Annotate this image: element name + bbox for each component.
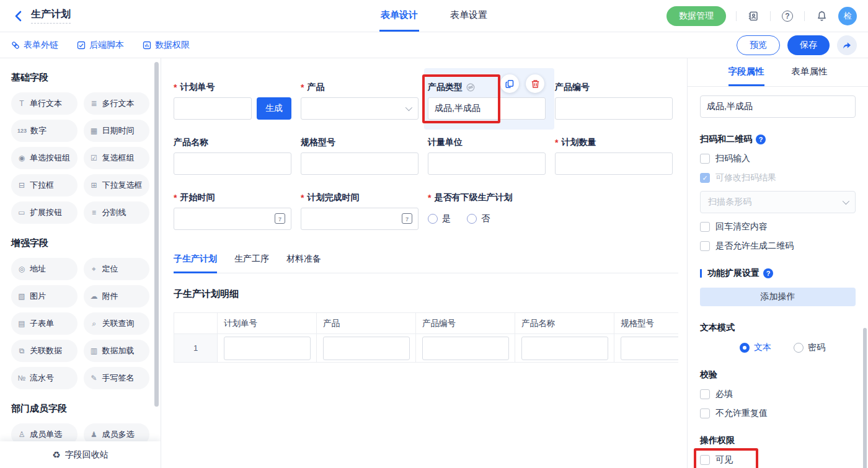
field-plan-number[interactable]: *计划单号 生成 [174, 82, 291, 120]
cell-spec-model-input[interactable] [621, 337, 678, 360]
data-manage-button[interactable]: 数据管理 [666, 6, 726, 26]
field-product-name[interactable]: 产品名称 [174, 137, 291, 175]
form-external-link[interactable]: 表单外链 [11, 40, 58, 51]
sidebar-item-extend-button[interactable]: ▭扩展按钮 [11, 201, 78, 224]
barcode-mode-select[interactable]: 扫描条形码 [700, 191, 856, 213]
field-product-type-selected[interactable]: 产品类型 [428, 82, 546, 120]
notification-bell-icon[interactable] [815, 9, 828, 23]
sidebar-item-divider-line[interactable]: ≡分割线 [84, 201, 150, 224]
multi-line-text-icon: ≣ [90, 99, 99, 108]
cell-product-code-input[interactable] [422, 337, 509, 360]
field-default-value-input[interactable] [700, 95, 856, 118]
product-select[interactable] [301, 97, 418, 120]
image-icon: ▧ [17, 292, 26, 301]
sidebar-item-single-line-text[interactable]: T单行文本 [11, 92, 78, 115]
save-button[interactable]: 保存 [787, 35, 830, 55]
sidebar-item-attachment[interactable]: ☁附件 [84, 285, 150, 307]
checkbox-unchecked-icon[interactable] [700, 408, 710, 418]
data-permission-link[interactable]: 数据权限 [143, 40, 190, 51]
tab-form-properties[interactable]: 表单属性 [792, 58, 828, 86]
field-plan-quantity[interactable]: *计划数量 [555, 137, 673, 175]
scan-input-option[interactable]: 扫码输入 [700, 153, 856, 164]
sidebar-item-radio-group[interactable]: ◉单选按钮组 [11, 147, 78, 169]
sidebar-scrollbar[interactable] [154, 62, 159, 407]
field-recycle-bin[interactable]: ♻ 字段回收站 [0, 441, 161, 468]
field-unit[interactable]: 计量单位 [428, 137, 546, 175]
sidebar-item-signature[interactable]: ✎手写签名 [84, 367, 150, 389]
sidebar-item-data-load[interactable]: ▥数据加载 [84, 340, 150, 362]
allow-qrcode-option[interactable]: 是否允许生成二维码 [700, 241, 856, 252]
panel-scrollbar[interactable] [863, 328, 867, 468]
tab-sub-production-plan[interactable]: 子生产计划 [174, 254, 217, 273]
finish-time-input[interactable] [301, 208, 418, 230]
sidebar-item-location[interactable]: ⌖定位 [84, 258, 150, 280]
backend-script-link[interactable]: 后端脚本 [77, 40, 124, 51]
field-product-code[interactable]: 产品编号 [555, 82, 673, 120]
no-duplicate-option[interactable]: 不允许重复值 [700, 408, 856, 419]
sidebar-item-address[interactable]: ◎地址 [11, 258, 78, 280]
radio-yes[interactable]: 是 [428, 213, 451, 224]
editable-scan-result-option[interactable]: 可修改扫码结果 [700, 172, 856, 183]
share-icon[interactable] [837, 35, 857, 55]
plan-number-input[interactable] [174, 97, 252, 120]
preview-button[interactable]: 预览 [737, 35, 780, 55]
generate-button[interactable]: 生成 [257, 97, 291, 120]
field-has-sub-plan[interactable]: *是否有下级生产计划 是 否 [428, 192, 601, 230]
item-label: 单行文本 [30, 98, 62, 109]
field-start-time[interactable]: *开始时间 7 [174, 192, 291, 230]
copy-field-button[interactable] [500, 74, 519, 93]
unit-input[interactable] [428, 152, 546, 175]
sidebar-item-subform[interactable]: ▤子表单 [11, 312, 78, 335]
radio-no[interactable]: 否 [467, 213, 490, 224]
sidebar-item-linked-data[interactable]: ⧉关联数据 [11, 340, 78, 362]
checkbox-unchecked-icon[interactable] [700, 222, 710, 232]
enter-clear-option[interactable]: 回车清空内容 [700, 221, 856, 232]
product-type-input[interactable] [428, 97, 546, 120]
form-title[interactable]: 生产计划 [31, 8, 71, 24]
contacts-book-icon[interactable] [746, 9, 760, 23]
start-time-input[interactable] [174, 208, 291, 230]
tab-form-design[interactable]: 表单设计 [379, 0, 419, 32]
field-product[interactable]: *产品 [301, 82, 418, 120]
help-icon[interactable] [756, 135, 766, 144]
visible-option[interactable]: 可见 [700, 454, 856, 466]
sidebar-item-serial-number[interactable]: №流水号 [11, 367, 78, 389]
required-option[interactable]: 必填 [700, 389, 856, 400]
tab-production-process[interactable]: 生产工序 [234, 254, 269, 273]
help-icon[interactable] [781, 9, 794, 23]
plan-quantity-input[interactable] [555, 152, 673, 175]
field-plan-finish-time[interactable]: *计划完成时间 7 [301, 192, 418, 230]
checkbox-unchecked-icon[interactable] [700, 389, 710, 399]
cell-plan-number-input[interactable] [224, 337, 311, 360]
tab-form-settings[interactable]: 表单设置 [449, 0, 489, 32]
checkbox-checked-disabled-icon[interactable] [700, 173, 710, 183]
cell-product-name-input[interactable] [521, 337, 608, 360]
sidebar-item-checkbox-group[interactable]: ☑复选框组 [84, 147, 150, 169]
sidebar-item-multi-dropdown[interactable]: ⊞下拉复选框 [84, 174, 150, 196]
add-operation-button[interactable]: 添加操作 [700, 288, 856, 306]
sidebar-item-linked-query[interactable]: ⌕关联查询 [84, 312, 150, 335]
spec-model-input[interactable] [301, 152, 418, 175]
tab-material-preparation[interactable]: 材料准备 [286, 254, 321, 273]
calendar-icon: 7 [402, 213, 412, 224]
text-mode-password-option[interactable]: 密码 [794, 342, 825, 353]
checkbox-unchecked-icon[interactable] [700, 154, 710, 164]
back-icon[interactable] [11, 9, 25, 23]
field-spec-model[interactable]: 规格型号 [301, 137, 418, 175]
sidebar-item-multi-line-text[interactable]: ≣多行文本 [84, 92, 150, 115]
delete-field-button[interactable] [526, 74, 544, 93]
sidebar-item-image[interactable]: ▧图片 [11, 285, 78, 307]
product-name-input[interactable] [174, 152, 291, 175]
text-mode-text-option[interactable]: 文本 [740, 342, 771, 353]
sidebar-item-dropdown[interactable]: ⊟下拉框 [11, 174, 78, 196]
tab-field-properties[interactable]: 字段属性 [728, 58, 764, 86]
toolbar-right: 预览 保存 [737, 35, 857, 55]
cell-product-input[interactable] [323, 337, 410, 360]
product-code-input[interactable] [555, 97, 673, 120]
checkbox-unchecked-icon[interactable] [700, 241, 710, 251]
sidebar-item-datetime[interactable]: ▦日期时间 [84, 120, 150, 142]
help-icon[interactable] [763, 268, 773, 278]
user-avatar[interactable]: 检 [838, 7, 857, 25]
checkbox-unchecked-icon[interactable] [700, 455, 710, 465]
sidebar-item-number[interactable]: 123数字 [11, 120, 78, 142]
